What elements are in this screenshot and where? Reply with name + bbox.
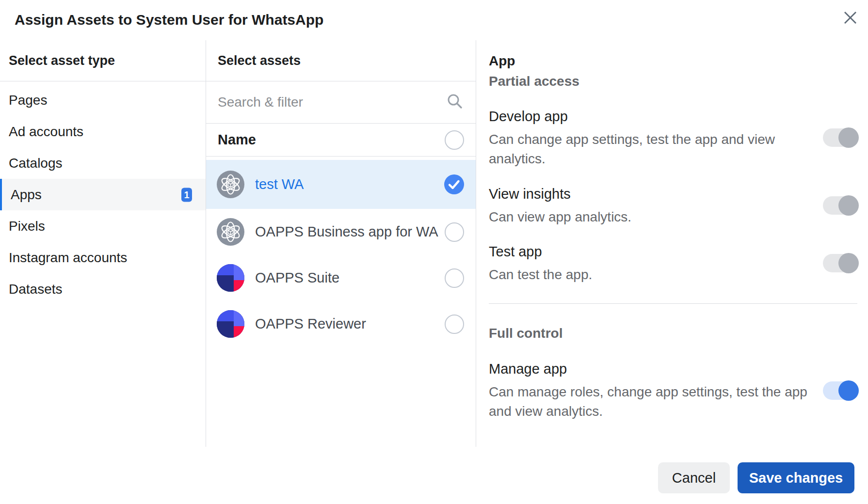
asset-type-datasets[interactable]: Datasets: [0, 273, 206, 305]
quad-app-icon: [217, 264, 244, 292]
search-icon: [447, 93, 463, 111]
assets-column: Select assets Search & filter Name: [206, 40, 476, 447]
close-icon: [843, 10, 858, 25]
asset-name: test WA: [255, 176, 304, 192]
toggle-knob: [838, 253, 859, 273]
name-header-row: Name: [206, 124, 476, 157]
permissions-section-title: App: [489, 53, 515, 69]
asset-name: OAPPS Suite: [255, 270, 339, 286]
assets-header: Select assets: [206, 40, 476, 81]
asset-type-label: Apps: [11, 187, 42, 203]
atom-app-icon: [217, 171, 244, 198]
test-app-toggle[interactable]: [823, 254, 858, 272]
asset-type-instagram-accounts[interactable]: Instagram accounts: [0, 242, 206, 273]
selected-check-icon[interactable]: [444, 174, 464, 194]
close-button[interactable]: [840, 8, 860, 27]
asset-radio[interactable]: [445, 268, 464, 288]
permission-title-develop-app: Develop app: [489, 108, 568, 125]
assign-assets-dialog: Assign Assets to System User for WhatsAp…: [0, 0, 868, 504]
asset-row-test-wa[interactable]: test WA: [206, 160, 476, 209]
permission-title-manage-app: Manage app: [489, 360, 567, 378]
asset-type-label: Datasets: [9, 282, 63, 297]
dialog-title: Assign Assets to System User for WhatsAp…: [15, 12, 323, 28]
asset-type-list: Pages Ad accounts Catalogs Apps 1 Pixels…: [0, 81, 206, 305]
permission-title-test-app: Test app: [489, 243, 542, 260]
asset-row-oapps-reviewer[interactable]: OAPPS Reviewer: [206, 301, 476, 347]
asset-type-apps[interactable]: Apps 1: [0, 179, 206, 210]
save-changes-button[interactable]: Save changes: [738, 462, 854, 493]
select-all-radio[interactable]: [445, 130, 464, 150]
asset-type-pages[interactable]: Pages: [0, 84, 206, 116]
asset-type-label: Catalogs: [9, 156, 63, 171]
permission-desc-view-insights: Can view app analytics.: [489, 207, 799, 227]
manage-app-toggle[interactable]: [823, 381, 858, 400]
permission-desc-test-app: Can test the app.: [489, 265, 799, 284]
asset-name: OAPPS Business app for WA: [255, 224, 438, 240]
search-placeholder: Search & filter: [218, 94, 303, 110]
permission-desc-manage-app: Can manage roles, change app settings, t…: [489, 382, 828, 421]
asset-type-pixels[interactable]: Pixels: [0, 210, 206, 242]
toggle-knob: [838, 195, 859, 216]
asset-row-oapps-suite[interactable]: OAPPS Suite: [206, 255, 476, 301]
view-insights-toggle[interactable]: [823, 196, 858, 215]
section-divider: [489, 303, 857, 304]
toggle-knob: [838, 127, 859, 148]
permission-desc-develop-app: Can change app settings, test the app an…: [489, 130, 789, 169]
asset-type-label: Instagram accounts: [9, 250, 127, 266]
atom-app-icon: [217, 218, 244, 246]
asset-type-header: Select asset type: [0, 40, 206, 81]
cancel-button[interactable]: Cancel: [658, 462, 730, 493]
full-control-label: Full control: [489, 326, 563, 341]
asset-type-label: Ad accounts: [9, 124, 83, 140]
selected-count-badge: 1: [181, 188, 192, 202]
asset-radio[interactable]: [445, 315, 464, 334]
search-input[interactable]: Search & filter: [206, 81, 476, 124]
asset-type-column: Select asset type Pages Ad accounts Cata…: [0, 40, 206, 447]
quad-app-icon: [217, 310, 244, 338]
asset-type-label: Pixels: [9, 219, 45, 234]
asset-row-oapps-business[interactable]: OAPPS Business app for WA: [206, 209, 476, 255]
asset-type-catalogs[interactable]: Catalogs: [0, 147, 206, 179]
asset-name: OAPPS Reviewer: [255, 316, 366, 332]
develop-app-toggle[interactable]: [823, 128, 858, 147]
asset-type-label: Pages: [9, 93, 47, 108]
toggle-knob: [838, 380, 859, 401]
name-column-header: Name: [218, 132, 256, 148]
asset-type-ad-accounts[interactable]: Ad accounts: [0, 116, 206, 147]
permission-title-view-insights: View insights: [489, 185, 571, 203]
partial-access-label: Partial access: [489, 74, 579, 89]
asset-radio[interactable]: [445, 222, 464, 242]
